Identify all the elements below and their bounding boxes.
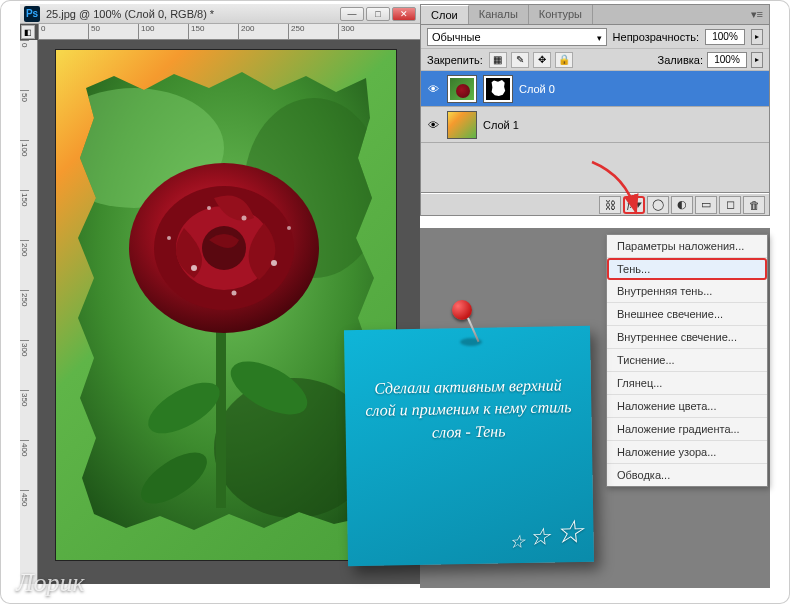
lock-transparent-icon[interactable]: ▦	[489, 52, 507, 68]
fx-satin[interactable]: Глянец...	[607, 372, 767, 395]
layer-thumbnail[interactable]	[447, 75, 477, 103]
opacity-label: Непрозрачность:	[613, 31, 699, 43]
watermark-text: Лорик	[16, 568, 85, 598]
fx-pattern-overlay[interactable]: Наложение узора...	[607, 441, 767, 464]
layer-style-menu: Параметры наложения... Тень... Внутрення…	[606, 234, 768, 487]
canvas[interactable]	[56, 50, 396, 560]
svg-point-13	[191, 265, 197, 271]
link-layers-icon[interactable]: ⛓	[599, 196, 621, 214]
svg-point-17	[232, 291, 237, 296]
svg-point-18	[207, 206, 211, 210]
layer-empty-area[interactable]	[421, 143, 769, 193]
layer-thumbnail[interactable]	[447, 111, 477, 139]
lock-label: Закрепить:	[427, 54, 483, 66]
fill-input[interactable]: 100%	[707, 52, 747, 68]
panel-menu-icon[interactable]: ▾≡	[745, 5, 769, 24]
blend-mode-dropdown[interactable]: Обычные	[427, 28, 607, 46]
svg-point-12	[202, 226, 246, 270]
maximize-button[interactable]: □	[366, 7, 390, 21]
ruler-horizontal[interactable]: 050100150200250300	[38, 24, 420, 40]
layer-name[interactable]: Слой 0	[519, 83, 555, 95]
fx-inner-glow[interactable]: Внутреннее свечение...	[607, 326, 767, 349]
fx-inner-shadow[interactable]: Внутренняя тень...	[607, 280, 767, 303]
note-stars-decoration: ☆ ☆ ☆	[508, 509, 584, 555]
svg-point-19	[287, 226, 291, 230]
layer-panel-footer: ⛓ fx▾ ◯ ◐ ▭ ◻ 🗑	[421, 193, 769, 215]
fx-color-overlay[interactable]: Наложение цвета...	[607, 395, 767, 418]
layers-panel: Слои Каналы Контуры ▾≡ Обычные Непрозрач…	[420, 4, 770, 216]
photoshop-icon: Ps	[24, 6, 40, 22]
window-title: 25.jpg @ 100% (Слой 0, RGB/8) *	[46, 8, 334, 20]
new-layer-icon[interactable]: ◻	[719, 196, 741, 214]
fx-drop-shadow[interactable]: Тень...	[607, 258, 767, 280]
fx-blending-options[interactable]: Параметры наложения...	[607, 235, 767, 258]
layer-row[interactable]: 👁 Слой 1	[421, 107, 769, 143]
opacity-stepper[interactable]: ▸	[751, 29, 763, 45]
pushpin-icon	[452, 300, 476, 324]
visibility-icon[interactable]: 👁	[425, 81, 441, 97]
ruler-origin[interactable]: ◧	[21, 25, 35, 39]
svg-rect-5	[216, 318, 226, 508]
lock-all-icon[interactable]: 🔒	[555, 52, 573, 68]
fill-label: Заливка:	[658, 54, 703, 66]
layer-style-fx-button[interactable]: fx▾	[623, 196, 645, 214]
tab-paths[interactable]: Контуры	[529, 5, 593, 24]
fx-gradient-overlay[interactable]: Наложение градиента...	[607, 418, 767, 441]
note-text: Сделали активным верхний слой и применим…	[363, 374, 574, 445]
lock-pixels-icon[interactable]: ✎	[511, 52, 529, 68]
annotation-note: Сделали активным верхний слой и применим…	[344, 326, 594, 566]
svg-point-15	[271, 260, 277, 266]
opacity-input[interactable]: 100%	[705, 29, 745, 45]
layer-row[interactable]: 👁 Слой 0	[421, 71, 769, 107]
tab-layers[interactable]: Слои	[421, 5, 469, 24]
adjustment-layer-icon[interactable]: ◐	[671, 196, 693, 214]
window-titlebar[interactable]: Ps 25.jpg @ 100% (Слой 0, RGB/8) * — □ ✕	[20, 4, 420, 24]
tab-channels[interactable]: Каналы	[469, 5, 529, 24]
fx-bevel[interactable]: Тиснение...	[607, 349, 767, 372]
fx-outer-glow[interactable]: Внешнее свечение...	[607, 303, 767, 326]
layer-name[interactable]: Слой 1	[483, 119, 519, 131]
delete-layer-icon[interactable]: 🗑	[743, 196, 765, 214]
panel-tabs: Слои Каналы Контуры ▾≡	[421, 5, 769, 25]
artwork-rose	[74, 68, 378, 536]
minimize-button[interactable]: —	[340, 7, 364, 21]
fx-stroke[interactable]: Обводка...	[607, 464, 767, 486]
layer-mask-thumbnail[interactable]	[483, 75, 513, 103]
ruler-vertical[interactable]: 050100150200250300350400450	[20, 40, 38, 584]
lock-position-icon[interactable]: ✥	[533, 52, 551, 68]
layer-mask-icon[interactable]: ◯	[647, 196, 669, 214]
visibility-icon[interactable]: 👁	[425, 117, 441, 133]
svg-point-14	[242, 216, 247, 221]
group-icon[interactable]: ▭	[695, 196, 717, 214]
svg-point-16	[167, 236, 171, 240]
fill-stepper[interactable]: ▸	[751, 52, 763, 68]
layer-list: 👁 Слой 0 👁 Слой 1	[421, 71, 769, 193]
close-button[interactable]: ✕	[392, 7, 416, 21]
